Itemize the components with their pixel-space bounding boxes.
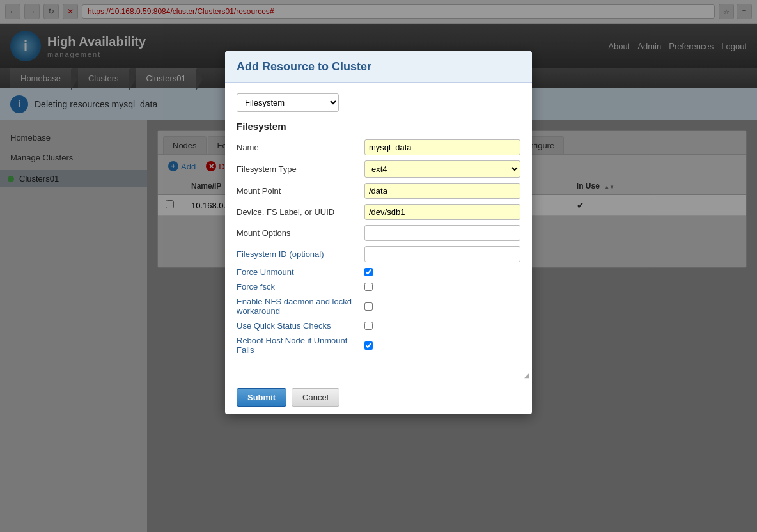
form-row-mount-point: Mount Point: [237, 183, 520, 199]
modal-footer: Submit Cancel: [225, 380, 532, 414]
form-input-mount-options[interactable]: [364, 225, 520, 241]
form-label-enable-nfs: Enable NFS daemon and lockd workaround: [237, 297, 364, 316]
form-row-fs-type: Filesystem Type ext4 ext3 ext2 xfs: [237, 160, 520, 178]
form-input-fs-id[interactable]: [364, 246, 520, 262]
form-row-reboot: Reboot Host Node if Unmount Fails: [237, 336, 520, 355]
form-row-enable-nfs: Enable NFS daemon and lockd workaround: [237, 297, 520, 316]
cancel-button[interactable]: Cancel: [292, 388, 339, 407]
form-select-fs-type[interactable]: ext4 ext3 ext2 xfs: [364, 160, 520, 178]
form-label-force-fsck: Force fsck: [237, 282, 364, 292]
form-row-mount-options: Mount Options: [237, 225, 520, 241]
form-checkbox-reboot[interactable]: [364, 341, 373, 350]
form-label-mount-point: Mount Point: [237, 186, 364, 196]
form-label-mount-options: Mount Options: [237, 228, 364, 238]
modal-overlay: Add Resource to Cluster Filesystem IP Ad…: [0, 0, 757, 532]
modal-body: Filesystem IP Address NFS Client NFS Exp…: [225, 83, 532, 370]
form-label-quick-status: Use Quick Status Checks: [237, 321, 364, 331]
form-label-name: Name: [237, 143, 364, 152]
submit-button[interactable]: Submit: [237, 388, 286, 407]
form-row-device: Device, FS Label, or UUID: [237, 204, 520, 220]
form-checkbox-quick-status[interactable]: [364, 322, 373, 330]
modal-title: Add Resource to Cluster: [237, 60, 520, 74]
modal: Add Resource to Cluster Filesystem IP Ad…: [225, 51, 532, 414]
form-label-force-unmount: Force Unmount: [237, 267, 364, 277]
modal-header: Add Resource to Cluster: [225, 51, 532, 83]
modal-select-row: Filesystem IP Address NFS Client NFS Exp…: [237, 93, 520, 112]
form-label-reboot: Reboot Host Node if Unmount Fails: [237, 336, 364, 355]
form-row-force-unmount: Force Unmount: [237, 267, 520, 277]
form-row-force-fsck: Force fsck: [237, 282, 520, 292]
modal-section-title: Filesystem: [237, 121, 520, 132]
form-input-device[interactable]: [364, 204, 520, 220]
form-input-mount-point[interactable]: [364, 183, 520, 199]
resize-handle[interactable]: ◢: [225, 370, 532, 380]
form-checkbox-enable-nfs[interactable]: [364, 302, 373, 311]
form-label-device: Device, FS Label, or UUID: [237, 207, 364, 217]
form-label-fs-type: Filesystem Type: [237, 164, 364, 174]
form-checkbox-force-fsck[interactable]: [364, 283, 373, 291]
form-checkbox-force-unmount[interactable]: [364, 268, 373, 276]
form-row-name: Name: [237, 139, 520, 155]
form-row-fs-id: Filesystem ID (optional): [237, 246, 520, 262]
form-input-name[interactable]: [364, 139, 520, 155]
form-label-fs-id: Filesystem ID (optional): [237, 249, 364, 259]
form-row-quick-status: Use Quick Status Checks: [237, 321, 520, 331]
resource-type-select[interactable]: Filesystem IP Address NFS Client NFS Exp…: [237, 93, 339, 112]
